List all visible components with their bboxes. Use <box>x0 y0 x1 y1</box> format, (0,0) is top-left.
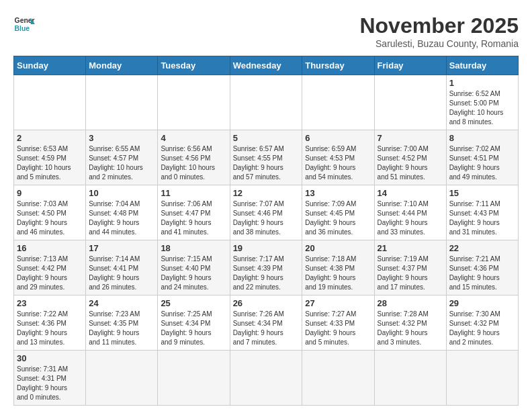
day-info: Sunrise: 6:53 AM Sunset: 4:59 PM Dayligh… <box>17 144 83 182</box>
location-subtitle: Sarulesti, Buzau County, Romania <box>359 38 519 49</box>
calendar-table: SundayMondayTuesdayWednesdayThursdayFrid… <box>13 56 519 406</box>
calendar-cell: 21Sunrise: 7:19 AM Sunset: 4:37 PM Dayli… <box>374 240 446 295</box>
day-info: Sunrise: 7:25 AM Sunset: 4:34 PM Dayligh… <box>161 310 226 347</box>
calendar-cell: 10Sunrise: 7:04 AM Sunset: 4:48 PM Dayli… <box>86 185 158 240</box>
day-number: 25 <box>161 298 226 308</box>
day-number: 22 <box>449 243 515 253</box>
day-info: Sunrise: 7:28 AM Sunset: 4:32 PM Dayligh… <box>378 310 443 347</box>
day-number: 10 <box>89 188 154 198</box>
day-number: 17 <box>89 243 154 253</box>
calendar-cell <box>446 351 518 406</box>
day-info: Sunrise: 7:18 AM Sunset: 4:38 PM Dayligh… <box>305 255 371 292</box>
calendar-cell <box>374 351 446 406</box>
calendar-cell <box>302 351 374 406</box>
day-number: 2 <box>17 133 83 143</box>
day-of-week-header: Wednesday <box>230 56 302 75</box>
day-info: Sunrise: 7:27 AM Sunset: 4:33 PM Dayligh… <box>305 310 371 347</box>
day-number: 4 <box>161 133 226 143</box>
day-info: Sunrise: 7:10 AM Sunset: 4:44 PM Dayligh… <box>378 199 443 237</box>
calendar-cell: 13Sunrise: 7:09 AM Sunset: 4:45 PM Dayli… <box>302 185 374 240</box>
calendar-cell: 20Sunrise: 7:18 AM Sunset: 4:38 PM Dayli… <box>302 240 374 295</box>
day-info: Sunrise: 7:23 AM Sunset: 4:35 PM Dayligh… <box>89 310 154 347</box>
day-number: 12 <box>233 188 300 198</box>
calendar-cell: 2Sunrise: 6:53 AM Sunset: 4:59 PM Daylig… <box>14 130 86 185</box>
calendar-cell: 17Sunrise: 7:14 AM Sunset: 4:41 PM Dayli… <box>86 240 158 295</box>
day-info: Sunrise: 7:07 AM Sunset: 4:46 PM Dayligh… <box>233 199 300 237</box>
day-info: Sunrise: 7:09 AM Sunset: 4:45 PM Dayligh… <box>305 199 371 237</box>
calendar-cell: 28Sunrise: 7:28 AM Sunset: 4:32 PM Dayli… <box>374 295 446 351</box>
calendar-cell <box>158 351 230 406</box>
day-of-week-header: Tuesday <box>158 56 230 75</box>
day-info: Sunrise: 7:14 AM Sunset: 4:41 PM Dayligh… <box>89 255 154 292</box>
calendar-cell: 1Sunrise: 6:52 AM Sunset: 5:00 PM Daylig… <box>446 75 518 130</box>
calendar-cell: 11Sunrise: 7:06 AM Sunset: 4:47 PM Dayli… <box>158 185 230 240</box>
day-info: Sunrise: 7:04 AM Sunset: 4:48 PM Dayligh… <box>89 199 154 237</box>
day-number: 9 <box>17 188 83 198</box>
calendar-cell: 24Sunrise: 7:23 AM Sunset: 4:35 PM Dayli… <box>86 295 158 351</box>
logo: General Blue <box>13 13 35 35</box>
day-info: Sunrise: 7:19 AM Sunset: 4:37 PM Dayligh… <box>378 255 443 292</box>
day-info: Sunrise: 7:26 AM Sunset: 4:34 PM Dayligh… <box>233 310 300 347</box>
calendar-cell: 8Sunrise: 7:02 AM Sunset: 4:51 PM Daylig… <box>446 130 518 185</box>
calendar-cell: 27Sunrise: 7:27 AM Sunset: 4:33 PM Dayli… <box>302 295 374 351</box>
page-header: General Blue November 2025 Sarulesti, Bu… <box>13 13 519 49</box>
calendar-cell: 30Sunrise: 7:31 AM Sunset: 4:31 PM Dayli… <box>14 351 86 406</box>
day-number: 19 <box>233 243 300 253</box>
calendar-cell: 19Sunrise: 7:17 AM Sunset: 4:39 PM Dayli… <box>230 240 302 295</box>
day-of-week-header: Saturday <box>446 56 518 75</box>
day-info: Sunrise: 7:31 AM Sunset: 4:31 PM Dayligh… <box>17 365 83 402</box>
day-of-week-header: Friday <box>374 56 446 75</box>
day-info: Sunrise: 7:22 AM Sunset: 4:36 PM Dayligh… <box>17 310 83 347</box>
day-of-week-header: Sunday <box>14 56 86 75</box>
svg-text:Blue: Blue <box>15 25 30 32</box>
day-info: Sunrise: 7:11 AM Sunset: 4:43 PM Dayligh… <box>449 199 515 237</box>
title-block: November 2025 Sarulesti, Buzau County, R… <box>359 13 519 49</box>
day-info: Sunrise: 6:57 AM Sunset: 4:55 PM Dayligh… <box>233 144 300 182</box>
calendar-week-row: 1Sunrise: 6:52 AM Sunset: 5:00 PM Daylig… <box>14 75 519 130</box>
day-number: 7 <box>378 133 443 143</box>
day-info: Sunrise: 7:02 AM Sunset: 4:51 PM Dayligh… <box>449 144 515 182</box>
day-info: Sunrise: 6:55 AM Sunset: 4:57 PM Dayligh… <box>89 144 154 182</box>
calendar-cell <box>302 75 374 130</box>
day-number: 21 <box>378 243 443 253</box>
calendar-cell: 7Sunrise: 7:00 AM Sunset: 4:52 PM Daylig… <box>374 130 446 185</box>
calendar-cell: 18Sunrise: 7:15 AM Sunset: 4:40 PM Dayli… <box>158 240 230 295</box>
calendar-cell: 25Sunrise: 7:25 AM Sunset: 4:34 PM Dayli… <box>158 295 230 351</box>
day-of-week-header: Monday <box>86 56 158 75</box>
calendar-cell <box>86 75 158 130</box>
calendar-cell <box>14 75 86 130</box>
month-year-title: November 2025 <box>359 13 519 38</box>
calendar-header-row: SundayMondayTuesdayWednesdayThursdayFrid… <box>14 56 519 75</box>
calendar-cell: 23Sunrise: 7:22 AM Sunset: 4:36 PM Dayli… <box>14 295 86 351</box>
calendar-cell <box>230 75 302 130</box>
day-info: Sunrise: 7:30 AM Sunset: 4:32 PM Dayligh… <box>449 310 515 347</box>
day-info: Sunrise: 6:56 AM Sunset: 4:56 PM Dayligh… <box>161 144 226 182</box>
calendar-week-row: 16Sunrise: 7:13 AM Sunset: 4:42 PM Dayli… <box>14 240 519 295</box>
day-number: 28 <box>378 298 443 308</box>
day-info: Sunrise: 7:03 AM Sunset: 4:50 PM Dayligh… <box>17 199 83 237</box>
calendar-week-row: 2Sunrise: 6:53 AM Sunset: 4:59 PM Daylig… <box>14 130 519 185</box>
calendar-cell: 9Sunrise: 7:03 AM Sunset: 4:50 PM Daylig… <box>14 185 86 240</box>
calendar-cell: 16Sunrise: 7:13 AM Sunset: 4:42 PM Dayli… <box>14 240 86 295</box>
calendar-cell: 6Sunrise: 6:59 AM Sunset: 4:53 PM Daylig… <box>302 130 374 185</box>
calendar-week-row: 23Sunrise: 7:22 AM Sunset: 4:36 PM Dayli… <box>14 295 519 351</box>
day-number: 8 <box>449 133 515 143</box>
day-number: 13 <box>305 188 371 198</box>
day-info: Sunrise: 6:59 AM Sunset: 4:53 PM Dayligh… <box>305 144 371 182</box>
day-number: 15 <box>449 188 515 198</box>
calendar-week-row: 30Sunrise: 7:31 AM Sunset: 4:31 PM Dayli… <box>14 351 519 406</box>
day-info: Sunrise: 7:15 AM Sunset: 4:40 PM Dayligh… <box>161 255 226 292</box>
calendar-cell: 5Sunrise: 6:57 AM Sunset: 4:55 PM Daylig… <box>230 130 302 185</box>
day-info: Sunrise: 7:17 AM Sunset: 4:39 PM Dayligh… <box>233 255 300 292</box>
calendar-cell: 15Sunrise: 7:11 AM Sunset: 4:43 PM Dayli… <box>446 185 518 240</box>
day-number: 3 <box>89 133 154 143</box>
day-number: 11 <box>161 188 226 198</box>
day-of-week-header: Thursday <box>302 56 374 75</box>
day-info: Sunrise: 7:13 AM Sunset: 4:42 PM Dayligh… <box>17 255 83 292</box>
calendar-cell <box>374 75 446 130</box>
day-number: 26 <box>233 298 300 308</box>
calendar-cell: 12Sunrise: 7:07 AM Sunset: 4:46 PM Dayli… <box>230 185 302 240</box>
calendar-cell <box>86 351 158 406</box>
calendar-cell: 14Sunrise: 7:10 AM Sunset: 4:44 PM Dayli… <box>374 185 446 240</box>
day-number: 1 <box>449 78 515 88</box>
